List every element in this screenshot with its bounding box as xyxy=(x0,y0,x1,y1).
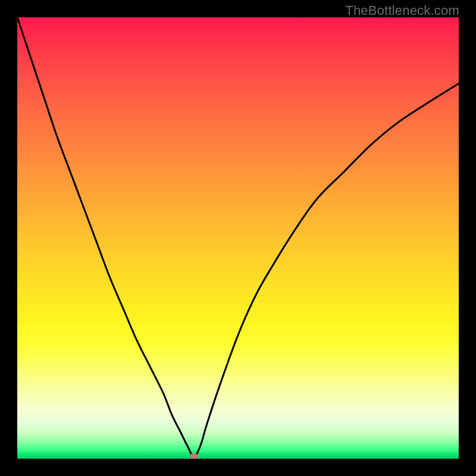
chart-frame: TheBottleneck.com xyxy=(0,0,476,476)
plot-area xyxy=(17,17,459,459)
gradient-background xyxy=(17,17,459,459)
min-marker xyxy=(190,453,198,459)
watermark-text: TheBottleneck.com xyxy=(345,3,459,18)
